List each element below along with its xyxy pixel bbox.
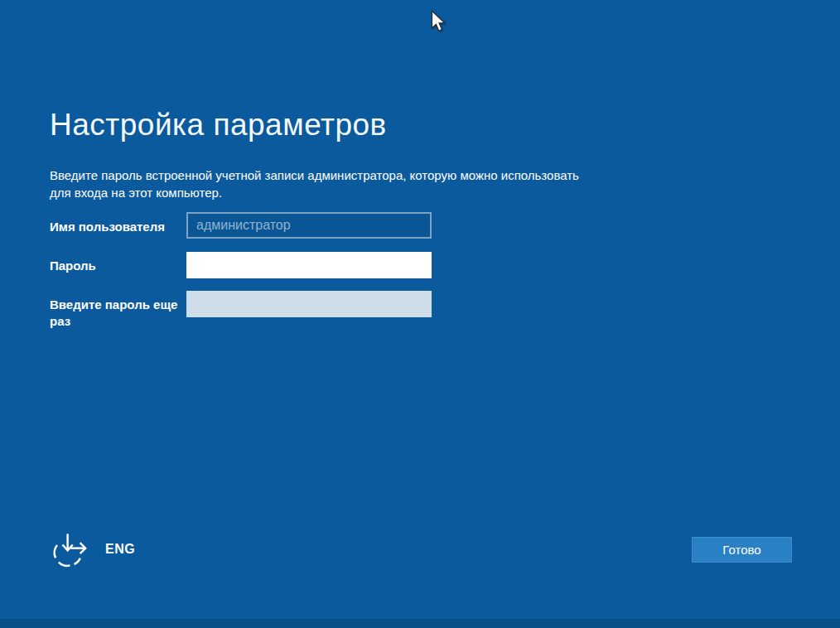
ease-of-access-icon[interactable] <box>51 531 88 569</box>
page-title: Настройка параметров <box>50 108 387 143</box>
language-indicator[interactable]: ENG <box>105 542 135 557</box>
page-description-line2: для входа на этот компьютер. <box>50 184 579 201</box>
oobe-settings-screen: { "page": { "title": "Настройка параметр… <box>0 0 840 628</box>
confirm-password-label: Введите пароль еще раз <box>50 297 178 330</box>
page-description-line1: Введите пароль встроенной учетной записи… <box>50 167 579 184</box>
page-description: Введите пароль встроенной учетной записи… <box>50 167 579 201</box>
username-input[interactable] <box>186 212 432 239</box>
bottom-accent-strip <box>0 619 840 628</box>
password-input[interactable] <box>186 252 432 278</box>
finish-button[interactable]: Готово <box>692 537 792 563</box>
confirm-password-input[interactable] <box>186 291 432 317</box>
username-label: Имя пользователя <box>50 219 165 235</box>
password-label: Пароль <box>50 258 96 274</box>
mouse-cursor-arrow <box>431 10 447 33</box>
